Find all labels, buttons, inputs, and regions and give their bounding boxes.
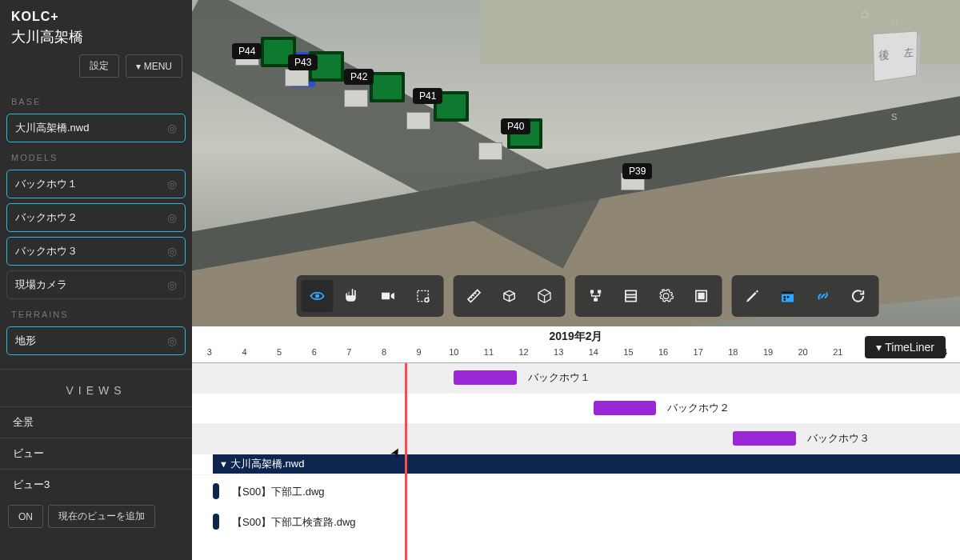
calendar-icon[interactable]: [772, 280, 804, 312]
target-icon[interactable]: ◎: [167, 122, 177, 134]
target-icon[interactable]: ◎: [167, 278, 177, 291]
timeline-tick: 5: [277, 347, 282, 357]
grid-icon[interactable]: [615, 280, 647, 312]
svg-rect-2: [418, 290, 428, 301]
target-icon[interactable]: ◎: [167, 334, 177, 347]
model-item-1[interactable]: バックホウ１◎: [6, 170, 186, 198]
view-item-1[interactable]: 全景: [0, 406, 192, 438]
3d-viewport[interactable]: P44 P43 P42 P41 P40 P39 ⌂ 後 左 N: [192, 0, 960, 326]
link-icon[interactable]: [807, 280, 839, 312]
task-marker: [213, 483, 219, 499]
ruler-icon[interactable]: [458, 280, 490, 312]
orbit-icon[interactable]: [302, 280, 334, 312]
model-item-camera[interactable]: 現場カメラ◎: [6, 270, 186, 299]
subtask-label[interactable]: 【S00】下部工.dwg: [232, 485, 325, 499]
pier-label: P44: [232, 43, 262, 59]
timeline-tick: 7: [346, 347, 351, 357]
pier-label: P39: [622, 163, 652, 179]
window-icon[interactable]: [686, 280, 718, 312]
timeline-panel: ▾ TimeLiner 2019年2月 34567891011121314151…: [192, 326, 960, 560]
timeline-tick: 17: [694, 347, 703, 357]
timeline-playhead[interactable]: [405, 363, 407, 560]
timeline-tick: 12: [518, 347, 528, 357]
app-logo: KOLC+: [11, 10, 181, 24]
svg-point-1: [316, 294, 318, 297]
view-item-2[interactable]: ビュー: [0, 438, 192, 469]
sidebar: KOLC+ 大川高架橋 設定 ▾ MENU BASE 大川高架橋.nwd ◎ M…: [0, 0, 192, 560]
svg-rect-6: [594, 298, 598, 302]
target-icon[interactable]: ◎: [167, 245, 177, 258]
timeline-tick: 13: [554, 347, 563, 357]
box-icon[interactable]: [494, 280, 526, 312]
timeline-tick: 19: [763, 347, 773, 357]
pan-icon[interactable]: [337, 280, 369, 312]
cube-icon[interactable]: [529, 280, 561, 312]
timeline-group-header[interactable]: 大川高架橋.nwd: [213, 454, 960, 474]
chevron-down-icon: ▾: [876, 341, 882, 354]
timeline-tick: 6: [312, 347, 317, 357]
target-icon[interactable]: ◎: [167, 211, 177, 224]
timeline-title: 2019年2月: [192, 330, 960, 344]
timeline-tick: 10: [449, 347, 458, 357]
timeline-tick: 11: [484, 347, 494, 357]
pier-label: P41: [413, 88, 442, 104]
timeline-tick: 9: [417, 347, 422, 357]
svg-rect-9: [698, 294, 704, 299]
timeline-tick: 14: [589, 347, 598, 357]
section-label-models: MODELS: [0, 145, 192, 167]
section-label-views: VIEWS: [0, 369, 192, 406]
timeline-tick: 4: [242, 347, 246, 357]
viewport-toolbar: [297, 275, 879, 317]
task-marker: [213, 514, 219, 530]
timeline-body[interactable]: バックホウ１ バックホウ２ バックホウ３ 大川高架橋.nwd 【S00】下部工.…: [192, 363, 960, 560]
gantt-bar-label: バックホウ１: [528, 370, 590, 385]
menu-button[interactable]: ▾ MENU: [126, 54, 182, 78]
base-item[interactable]: 大川高架橋.nwd ◎: [6, 114, 186, 142]
timeline-tick: 8: [382, 347, 386, 357]
model-item-2[interactable]: バックホウ２◎: [6, 203, 186, 232]
svg-rect-7: [626, 290, 636, 301]
project-title: 大川高架橋: [11, 27, 181, 46]
timeline-tick: 16: [658, 347, 668, 357]
svg-rect-13: [787, 296, 790, 298]
svg-rect-14: [784, 298, 786, 301]
settings-button[interactable]: 設定: [79, 54, 119, 78]
home-icon[interactable]: ⌂: [861, 6, 869, 21]
timeline-tick: 21: [833, 347, 842, 357]
pencil-icon[interactable]: [737, 280, 769, 312]
subtask-label[interactable]: 【S00】下部工検査路.dwg: [232, 515, 356, 530]
gantt-bar-label: バックホウ２: [667, 401, 730, 415]
timeline-tick: 3: [207, 347, 212, 357]
view-cube[interactable]: ⌂ 後 左 N E S W: [853, 24, 941, 120]
refresh-icon[interactable]: [842, 280, 874, 312]
view-item-3[interactable]: ビュー3: [0, 469, 192, 500]
section-label-base: BASE: [0, 89, 192, 111]
main-area: P44 P43 P42 P41 P40 P39 ⌂ 後 左 N: [192, 0, 960, 560]
svg-rect-11: [782, 291, 794, 294]
section-label-terrains: TERRAINS: [0, 302, 192, 324]
gantt-bar[interactable]: [733, 431, 796, 446]
gantt-bar-label: バックホウ３: [807, 431, 870, 446]
svg-rect-4: [590, 290, 594, 294]
timeline-tick: 18: [728, 347, 738, 357]
timeliner-button[interactable]: ▾ TimeLiner: [865, 336, 946, 358]
terrain-item[interactable]: 地形◎: [6, 326, 186, 355]
target-icon[interactable]: ◎: [167, 178, 177, 190]
on-toggle-button[interactable]: ON: [8, 505, 43, 528]
svg-rect-5: [598, 290, 601, 294]
tree-icon[interactable]: [580, 280, 612, 312]
chevron-down-icon: ▾: [136, 61, 141, 72]
timeline-tick: 20: [798, 347, 808, 357]
gantt-bar[interactable]: [454, 370, 517, 385]
pier-label: P43: [288, 54, 318, 70]
timeline-tick: 15: [623, 347, 633, 357]
timeline-scale[interactable]: 3456789101112131415161718192021222324: [192, 346, 960, 363]
pier-label: P42: [344, 69, 374, 85]
gantt-bar[interactable]: [594, 401, 657, 415]
model-item-3[interactable]: バックホウ３◎: [6, 237, 186, 266]
svg-rect-12: [784, 296, 786, 298]
select-box-icon[interactable]: [407, 280, 439, 312]
camera-icon[interactable]: [372, 280, 404, 312]
gear-icon[interactable]: [650, 280, 682, 312]
add-view-button[interactable]: 現在のビューを追加: [48, 505, 155, 528]
